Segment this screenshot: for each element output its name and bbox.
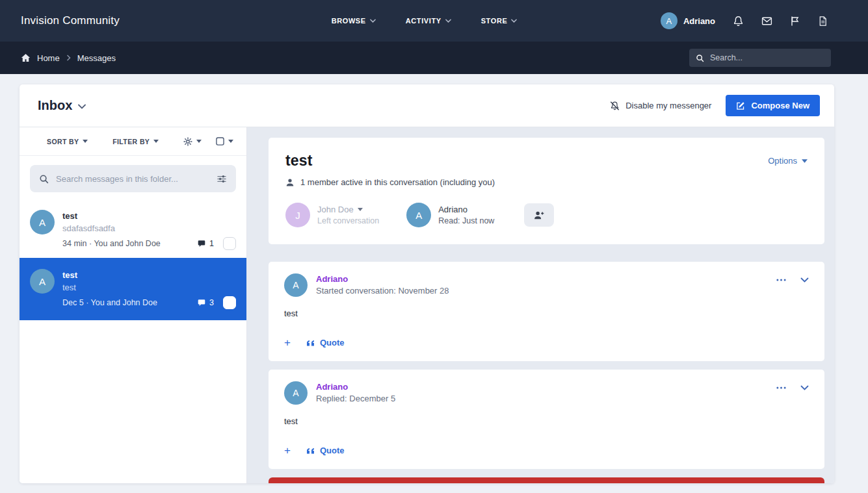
ellipsis-menu-icon[interactable] (776, 279, 786, 281)
message-body: test (284, 309, 809, 318)
conversation-list-item[interactable]: A test sdafasdfsadfa 34 min · You and Jo… (20, 201, 246, 258)
add-person-icon (533, 210, 545, 220)
message-meta: Replied: December 5 (316, 394, 395, 403)
collapse-chevron-icon[interactable] (800, 277, 809, 283)
folder-selector[interactable]: Inbox (38, 98, 86, 113)
participant-name: Adriano (438, 205, 467, 214)
message-card: A Adriano Started conversation: November… (269, 262, 824, 361)
quote-label: Quote (320, 338, 345, 348)
chevron-down-icon (228, 140, 233, 143)
files-document-icon[interactable] (818, 16, 828, 27)
comment-bubble-icon (197, 240, 206, 248)
conversation-avatar: A (30, 269, 55, 294)
breadcrumb-home[interactable]: Home (37, 53, 60, 63)
quote-marks-icon (306, 340, 315, 346)
quote-button[interactable]: Quote (306, 338, 345, 348)
conversation-list-item-selected[interactable]: A test test Dec 5 · You and John Doe 3 (20, 258, 246, 320)
active-members-note: 1 member active in this conversation (in… (285, 177, 808, 187)
collapse-chevron-icon[interactable] (800, 385, 809, 390)
conversation-item-metarow: Dec 5 · You and John Doe 3 (62, 296, 236, 309)
message-tools (776, 381, 809, 390)
conversation-sidebar: SORT BY FILTER BY (20, 127, 247, 483)
user-menu[interactable]: A Adriano (661, 12, 715, 29)
sidebar-toolbar: SORT BY FILTER BY (20, 127, 246, 156)
message-footer: + Quote (284, 337, 809, 348)
message-meta: Started conversation: November 28 (316, 286, 449, 296)
chevron-down-icon (83, 140, 88, 143)
conversation-item-main: test test Dec 5 · You and John Doe 3 (62, 269, 236, 309)
folder-settings-dropdown[interactable] (183, 137, 202, 146)
message-author-avatar[interactable]: A (284, 273, 308, 297)
chevron-down-icon (153, 140, 159, 143)
chevron-down-icon (445, 19, 451, 23)
conversation-list: A test sdafasdfsadfa 34 min · You and Jo… (20, 201, 246, 483)
select-all-dropdown[interactable] (216, 137, 233, 145)
breadcrumb-messages[interactable]: Messages (77, 53, 116, 63)
ellipsis-menu-icon[interactable] (776, 386, 786, 389)
conversation-item-title: test (62, 211, 236, 221)
nav-menu-store-label: STORE (481, 17, 508, 25)
search-filter-sliders-icon[interactable] (217, 174, 227, 184)
messages-envelope-icon[interactable] (761, 16, 772, 27)
breadcrumb: Home Messages (21, 53, 116, 63)
chevron-down-icon (511, 19, 517, 23)
filter-by-dropdown[interactable]: FILTER BY (112, 138, 159, 145)
global-search-input[interactable] (710, 53, 824, 62)
active-members-text: 1 member active in this conversation (in… (300, 177, 495, 187)
breadcrumb-bar: Home Messages (0, 42, 868, 74)
conversation-item-title: test (62, 270, 236, 280)
participant-info: John Doe Left conversation (317, 205, 379, 225)
quote-button[interactable]: Quote (306, 446, 345, 455)
compose-new-button[interactable]: Compose New (726, 95, 820, 116)
top-navigation-bar: Invision Community BROWSE ACTIVITY STORE… (0, 0, 868, 42)
primary-nav-menus: BROWSE ACTIVITY STORE (332, 17, 518, 25)
message-author-name[interactable]: Adriano (316, 274, 449, 284)
chevron-down-icon (802, 159, 808, 163)
user-name: Adriano (683, 16, 715, 26)
nav-menu-activity[interactable]: ACTIVITY (406, 17, 451, 25)
brand-logo[interactable]: Invision Community (21, 14, 120, 27)
folder-search-box (30, 165, 236, 192)
add-member-button[interactable] (524, 203, 554, 227)
multiquote-plus-button[interactable]: + (284, 337, 291, 348)
conversation-item-preview: test (62, 283, 236, 292)
messenger-body: SORT BY FILTER BY (20, 127, 834, 483)
participant-name: John Doe (317, 205, 354, 214)
message-author-block: Adriano Started conversation: November 2… (316, 273, 449, 296)
options-dropdown[interactable]: Options (768, 156, 808, 166)
participant-info: Adriano Read: Just now (438, 205, 494, 225)
message-header: A Adriano Replied: December 5 (284, 381, 809, 405)
chevron-down-icon (78, 102, 86, 109)
home-icon[interactable] (21, 53, 31, 62)
nav-menu-browse[interactable]: BROWSE (332, 17, 376, 25)
folder-title: Inbox (38, 98, 72, 113)
conversation-checkbox[interactable] (223, 237, 236, 250)
sort-by-dropdown[interactable]: SORT BY (47, 138, 88, 145)
checkbox-square-icon (216, 137, 224, 145)
participants-row: J John Doe Left conversation A (285, 203, 808, 227)
participant-status: Read: Just now (438, 216, 494, 225)
message-header: A Adriano Started conversation: November… (284, 273, 809, 297)
message-body: test (284, 416, 809, 426)
report-flag-icon[interactable] (790, 16, 800, 27)
locked-conversation-alert: You are alone here. You cannot reply to … (269, 477, 824, 483)
participant-name-row[interactable]: John Doe (317, 205, 379, 214)
message-author-name[interactable]: Adriano (316, 382, 395, 392)
conversation-item-preview: sdafasdfsadfa (62, 223, 236, 233)
chevron-down-icon (370, 19, 376, 23)
conversation-checkbox[interactable] (223, 296, 236, 309)
nav-menu-store[interactable]: STORE (481, 17, 518, 25)
conversation-pane: test Options 1 member active in this con… (247, 127, 834, 483)
message-author-avatar[interactable]: A (284, 381, 308, 405)
message-footer: + Quote (284, 445, 809, 456)
folder-search-input[interactable] (56, 174, 209, 184)
disable-messenger-button[interactable]: Disable my messenger (609, 101, 711, 111)
participant-john-doe: J John Doe Left conversation (285, 203, 379, 227)
conversation-header-card: test Options 1 member active in this con… (269, 138, 824, 244)
gear-icon (183, 137, 192, 146)
options-label: Options (768, 156, 797, 166)
chevron-down-icon (358, 208, 363, 211)
messenger-panel: Inbox Disable my messenger Compose New (20, 84, 834, 483)
notification-bell-icon[interactable] (733, 16, 744, 27)
multiquote-plus-button[interactable]: + (284, 445, 291, 456)
